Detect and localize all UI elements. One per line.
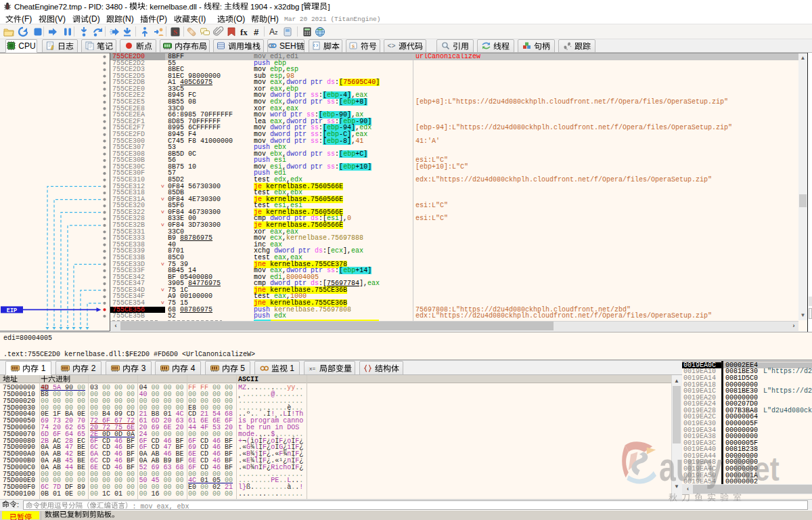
svg-text:|x=|: |x=| xyxy=(308,366,317,372)
svg-text:EIP: EIP xyxy=(7,307,17,314)
svg-text:s: s xyxy=(351,43,355,50)
svg-text:<>: <> xyxy=(387,43,395,50)
svg-text:S: S xyxy=(173,28,177,36)
